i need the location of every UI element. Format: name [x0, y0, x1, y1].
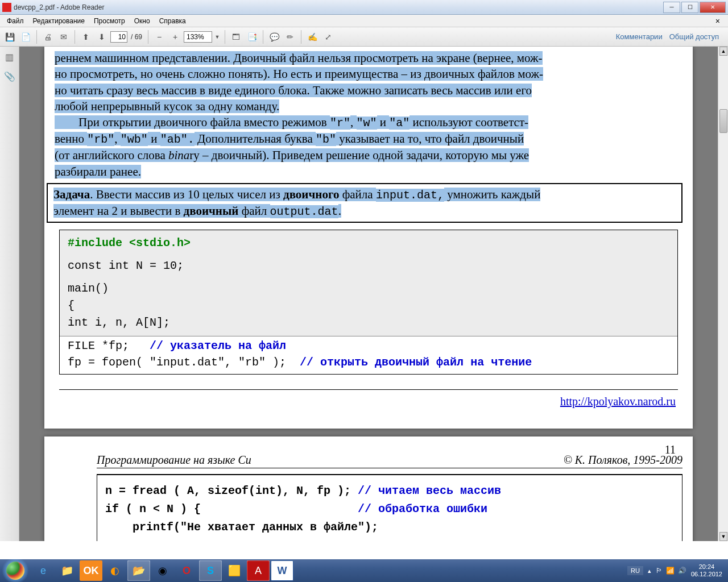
code-comment: // обработка ошибки [358, 502, 487, 516]
code-line: { [68, 297, 669, 314]
window-title: devcpp_2.pdf - Adobe Reader [14, 3, 663, 11]
toolbar-separator [36, 30, 37, 44]
taskbar-opera-icon[interactable]: O [175, 560, 198, 581]
thumbnails-panel-icon[interactable]: ▥ [3, 50, 16, 64]
source-link[interactable]: http://kpolyakov.narod.ru [560, 395, 676, 408]
tool-icon[interactable]: 📑 [245, 30, 259, 44]
email-icon[interactable]: ✉ [56, 30, 71, 44]
code-box: #include <stdio.h> const int N = 10; mai… [59, 230, 678, 375]
selected-text: При открытии двоичного файла вместо режи… [55, 115, 330, 129]
sign-icon[interactable]: ✍ [305, 30, 320, 44]
page-text[interactable]: реннем машинном представлении. Двоичный … [44, 47, 693, 431]
left-sidebar: ▥ 📎 [0, 47, 19, 541]
code-block[interactable]: n = fread ( A, sizeof(int), N, fp ); // … [97, 474, 682, 541]
minimize-button[interactable]: ─ [663, 2, 680, 13]
taskbar-app-icon[interactable]: 🟨 [223, 560, 246, 581]
header-left: Программирование на языке Си [97, 454, 251, 467]
selected-text: любой непрерывный кусок за одну команду. [55, 99, 279, 113]
taskbar-mediaplayer-icon[interactable]: ◐ [104, 560, 126, 581]
code-literal: input.dat, [376, 189, 444, 202]
selected-text: , [350, 115, 357, 129]
taskbar-explorer-icon[interactable]: 📁 [56, 560, 78, 581]
save-icon[interactable]: 💾 [2, 30, 17, 44]
tray-icons: 🏳 📶 🔊 [656, 567, 686, 575]
tray-network-icon[interactable]: 📶 [666, 567, 675, 575]
print-icon[interactable]: 🖨 [40, 30, 55, 44]
code-block[interactable]: FILE *fp; // указатель на файл fp = fope… [60, 336, 677, 374]
scroll-up-icon[interactable]: ▲ [719, 47, 727, 56]
tray-show-hidden-icon[interactable]: ▴ [648, 567, 651, 575]
share-link[interactable]: Общий доступ [669, 32, 719, 41]
maximize-button[interactable]: ☐ [681, 2, 698, 13]
zoom-dropdown-icon[interactable]: ▼ [213, 30, 221, 44]
code-line: main() [68, 280, 669, 297]
comment-balloon-icon[interactable]: 💬 [267, 30, 282, 44]
tray-volume-icon[interactable]: 🔊 [678, 567, 686, 575]
selected-text: , [114, 132, 121, 146]
selected-text: и [377, 115, 390, 129]
selected-text: bina [168, 148, 189, 162]
document-viewport: реннем машинном представлении. Двоичный … [19, 47, 718, 541]
footer-link-area: http://kpolyakov.narod.ru [55, 390, 682, 421]
scrollbar-thumb[interactable] [719, 109, 727, 133]
zoom-out-icon[interactable]: − [152, 30, 167, 44]
menu-help[interactable]: Справка [155, 16, 191, 26]
page-down-icon[interactable]: ⬇ [94, 30, 109, 44]
tool-icon[interactable]: 🗔 [229, 30, 243, 44]
selected-text: и [148, 132, 160, 146]
taskbar-skype-icon[interactable]: S [199, 560, 222, 581]
code-comment: // читаем весь массив [358, 484, 501, 497]
selected-text: реннем машинном представлении. Двоичный … [55, 51, 543, 65]
menu-file[interactable]: Файл [2, 16, 28, 26]
window-titlebar: devcpp_2.pdf - Adobe Reader ─ ☐ ✕ [0, 0, 728, 15]
taskbar-ie-icon[interactable]: e [32, 560, 55, 581]
zoom-in-icon[interactable]: + [168, 30, 183, 44]
code-literal: "b" [316, 133, 336, 146]
selected-text: . [338, 204, 341, 218]
zoom-input[interactable] [184, 31, 212, 43]
selected-text: (от английского слова [55, 148, 168, 162]
taskbar-folder-icon[interactable]: 📂 [127, 560, 150, 581]
selected-text: ry – двоичный). Приведем решение одной з… [189, 148, 529, 162]
selected-text: используют соответст- [410, 115, 528, 129]
scroll-down-icon[interactable]: ▼ [719, 532, 727, 541]
code-literal: output.dat [270, 205, 338, 218]
code-comment: // открыть двоичный файл на чтение [300, 356, 532, 369]
code-line: fp = fopen( "input.dat", "rb" ); [68, 356, 300, 369]
taskbar-apps: e 📁 OK ◐ 📂 ◉ O S 🟨 A W [31, 559, 293, 582]
highlight-icon[interactable]: ✏ [283, 30, 297, 44]
code-line: #include <stdio.h> [68, 235, 669, 252]
taskbar-chrome-icon[interactable]: ◉ [151, 560, 174, 581]
taskbar-adobe-reader-icon[interactable]: A [247, 560, 270, 581]
menu-close-x[interactable]: × [711, 15, 725, 27]
selected-text: двоичного [283, 188, 339, 201]
toolbar-separator [225, 30, 225, 44]
code-line: n = fread ( A, sizeof(int), N, fp ); [105, 484, 358, 497]
taskbar-ok-icon[interactable]: OK [80, 560, 102, 581]
clock-date: 06.12.2012 [691, 571, 722, 578]
menu-window[interactable]: Окно [130, 16, 155, 26]
menu-edit[interactable]: Редактирование [28, 16, 89, 26]
language-indicator[interactable]: RU [627, 566, 643, 575]
attachments-panel-icon[interactable]: 📎 [3, 69, 16, 83]
page-number: 11 [665, 443, 676, 456]
taskbar-word-icon[interactable]: W [271, 560, 293, 581]
page-up-icon[interactable]: ⬆ [78, 30, 93, 44]
close-button[interactable]: ✕ [700, 2, 726, 13]
taskbar-clock[interactable]: 20:24 06.12.2012 [691, 563, 722, 578]
code-block[interactable]: #include <stdio.h> const int N = 10; mai… [60, 230, 677, 336]
windows-taskbar: e 📁 OK ◐ 📂 ◉ O S 🟨 A W RU ▴ 🏳 📶 🔊 20:24 … [0, 559, 728, 582]
selected-text: указывает на то, что файл двоичный [336, 132, 524, 146]
tray-flag-icon[interactable]: 🏳 [656, 567, 663, 575]
expand-icon[interactable]: ⤢ [321, 30, 336, 44]
code-literal: "a" [389, 117, 410, 130]
toolbar-separator [263, 30, 263, 44]
code-literal: "r" [330, 117, 350, 130]
selected-text: файл [238, 204, 270, 218]
export-pdf-icon[interactable]: 📄 [18, 30, 33, 44]
vertical-scrollbar[interactable]: ▲ ▼ [718, 47, 728, 541]
menu-view[interactable]: Просмотр [89, 16, 130, 26]
page-number-input[interactable] [110, 31, 127, 43]
start-button[interactable] [0, 559, 31, 582]
comments-link[interactable]: Комментарии [616, 32, 663, 41]
